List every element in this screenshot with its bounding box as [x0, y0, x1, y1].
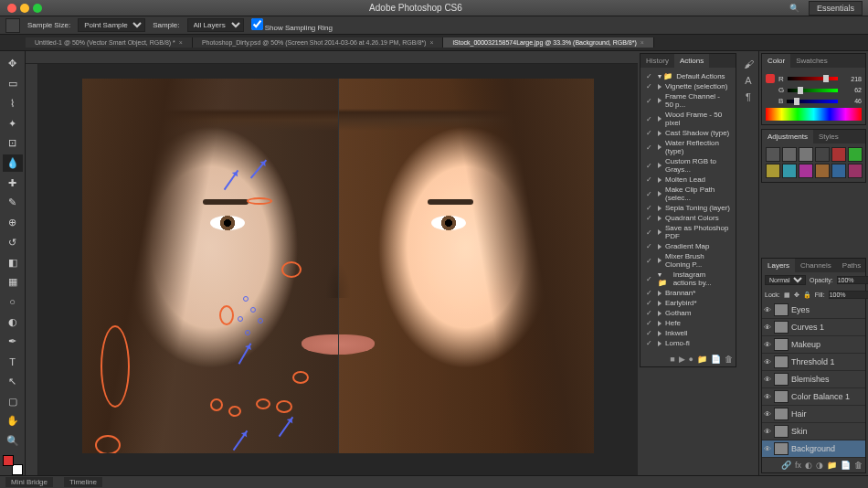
layer-row[interactable]: Makeup [762, 336, 865, 354]
action-item[interactable]: Vignette (selection) [644, 81, 732, 91]
layer-row[interactable]: Background [762, 440, 865, 458]
eyedropper-tool[interactable]: 💧 [3, 154, 23, 173]
blend-mode-select[interactable]: Normal [765, 275, 806, 285]
adjustment-layer-icon[interactable]: ◑ [816, 461, 823, 470]
zoom-window-button[interactable] [33, 4, 42, 13]
visibility-icon[interactable] [764, 375, 771, 384]
adjustment-preset[interactable] [799, 164, 813, 178]
layer-row[interactable]: Color Balance 1 [762, 388, 865, 406]
minimize-window-button[interactable] [20, 4, 29, 13]
swatches-tab[interactable]: Swatches [790, 54, 833, 68]
action-item[interactable]: Save as Photoshop PDF [644, 223, 732, 241]
adjustment-preset[interactable] [815, 164, 830, 178]
crop-tool[interactable]: ⊡ [3, 134, 23, 153]
visibility-icon[interactable] [764, 392, 771, 401]
adjustment-preset[interactable] [848, 147, 863, 162]
styles-tab[interactable]: Styles [813, 130, 844, 143]
path-tool[interactable]: ↖ [3, 373, 23, 391]
visibility-icon[interactable] [764, 357, 771, 366]
layer-row[interactable]: Skin [762, 423, 865, 440]
layer-thumbnail[interactable] [774, 355, 789, 368]
group-icon[interactable]: 📁 [827, 461, 837, 470]
adjustment-preset[interactable] [799, 147, 813, 162]
zoom-tool[interactable]: 🔍 [3, 432, 23, 451]
mask-icon[interactable]: ◐ [805, 461, 812, 470]
lasso-tool[interactable]: ⌇ [3, 94, 23, 112]
adjustment-preset[interactable] [831, 164, 846, 178]
b-slider[interactable] [787, 100, 838, 103]
layers-tab[interactable]: Layers [762, 259, 795, 272]
trash-icon[interactable]: 🗑 [854, 461, 863, 470]
new-icon[interactable]: 📄 [711, 355, 721, 364]
lock-position-icon[interactable]: ✥ [794, 292, 799, 299]
layer-row[interactable]: Eyes [762, 302, 865, 319]
new-folder-icon[interactable]: 📁 [697, 355, 707, 364]
adjustment-preset[interactable] [815, 147, 830, 162]
channels-tab[interactable]: Channels [795, 259, 837, 272]
shape-tool[interactable]: ▢ [3, 392, 23, 410]
action-item[interactable]: Cast Shadow (type) [644, 128, 732, 138]
layer-row[interactable]: Blemishes [762, 371, 865, 388]
brush-panel-icon[interactable]: 🖌 [744, 58, 754, 69]
action-item[interactable]: Brannan* [644, 288, 732, 298]
layer-row[interactable]: Curves 1 [762, 319, 865, 336]
link-icon[interactable]: 🔗 [781, 461, 791, 470]
color-spectrum[interactable] [766, 108, 862, 121]
document-tab[interactable]: Untitled-1 @ 50% (Vector Smart Object, R… [26, 37, 193, 48]
tool-preset-icon[interactable] [5, 18, 20, 33]
timeline-tab[interactable]: Timeline [64, 477, 102, 487]
layer-row[interactable]: Hair [762, 406, 865, 423]
action-item[interactable]: Frame Channel - 50 p... [644, 91, 732, 110]
layer-thumbnail[interactable] [774, 408, 789, 420]
layer-thumbnail[interactable] [774, 442, 789, 455]
mini-bridge-tab[interactable]: Mini Bridge [5, 477, 53, 487]
pen-tool[interactable]: ✒ [3, 333, 23, 351]
history-brush-tool[interactable]: ↺ [3, 233, 23, 251]
actions-tab[interactable]: Actions [674, 54, 709, 68]
adjustments-tab[interactable]: Adjustments [762, 130, 813, 143]
record-icon[interactable]: ● [689, 355, 693, 364]
play-icon[interactable]: ▶ [679, 355, 685, 364]
trash-icon[interactable]: 🗑 [725, 355, 733, 364]
action-item[interactable]: Sepia Toning (layer) [644, 203, 732, 213]
dodge-tool[interactable]: ◐ [3, 313, 23, 331]
document-tab[interactable]: Photoshop_Dirty.psd @ 50% (Screen Shot 2… [193, 37, 444, 48]
move-tool[interactable]: ✥ [3, 55, 23, 73]
action-item[interactable]: Earlybird* [644, 298, 732, 308]
action-item[interactable]: Gotham [644, 308, 732, 318]
fx-icon[interactable]: fx [795, 461, 801, 470]
close-icon[interactable]: × [429, 39, 433, 46]
action-folder[interactable]: ▾ 📁 Default Actions [644, 71, 732, 81]
fg-color-swatch[interactable] [766, 74, 775, 83]
visibility-icon[interactable] [764, 305, 771, 314]
close-window-button[interactable] [7, 4, 16, 13]
para-panel-icon[interactable]: ¶ [746, 91, 751, 102]
adjustment-preset[interactable] [782, 147, 797, 162]
new-layer-icon[interactable]: 📄 [841, 461, 851, 470]
wand-tool[interactable]: ✦ [3, 114, 23, 133]
type-tool[interactable]: T [3, 353, 23, 371]
marquee-tool[interactable]: ▭ [3, 75, 23, 93]
fill-input[interactable] [829, 291, 868, 299]
action-item[interactable]: Quadrant Colors [644, 213, 732, 223]
lock-all-icon[interactable]: 🔒 [803, 292, 811, 299]
adjustment-preset[interactable] [831, 147, 846, 162]
lock-pixels-icon[interactable]: ▦ [784, 292, 790, 299]
visibility-icon[interactable] [764, 340, 771, 349]
eraser-tool[interactable]: ◧ [3, 253, 23, 271]
close-icon[interactable]: × [179, 39, 183, 46]
action-folder[interactable]: ▾ 📁 Instagram actions by... [644, 270, 732, 288]
document-canvas[interactable] [82, 79, 594, 453]
search-icon[interactable]: 🔍 [789, 4, 799, 13]
adjustment-preset[interactable] [848, 164, 863, 178]
adjustment-preset[interactable] [782, 164, 797, 178]
foreground-background-colors[interactable] [3, 455, 23, 475]
sample-size-select[interactable]: Point Sample [78, 18, 145, 32]
g-slider[interactable] [788, 89, 838, 92]
action-item[interactable]: Lomo-fi [644, 338, 732, 348]
char-panel-icon[interactable]: A [745, 75, 751, 86]
workspace-switcher[interactable]: Essentials [809, 1, 863, 16]
action-item[interactable]: Custom RGB to Grays... [644, 156, 732, 175]
blur-tool[interactable]: ○ [3, 293, 23, 312]
action-item[interactable]: Mixer Brush Cloning P... [644, 251, 732, 270]
